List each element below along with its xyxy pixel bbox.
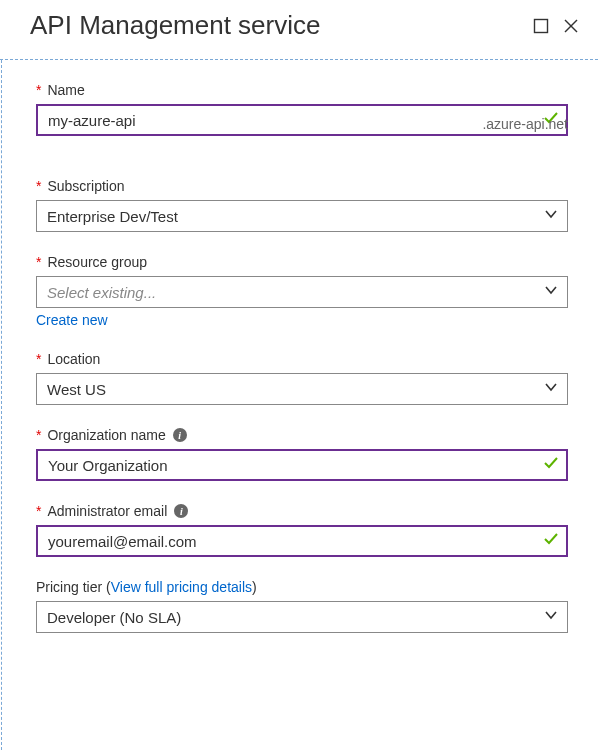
org-name-label: * Organization name i [36,427,568,443]
pin-icon[interactable] [532,17,550,35]
required-indicator: * [36,178,41,194]
field-name: * Name .azure-api.net [36,82,568,136]
name-label-text: Name [47,82,84,98]
pricing-tier-label: Pricing tier (View full pricing details) [36,579,568,595]
api-management-panel: API Management service * Name .azu [0,0,598,750]
location-value: West US [47,381,106,398]
admin-email-label: * Administrator email i [36,503,568,519]
field-pricing-tier: Pricing tier (View full pricing details)… [36,579,568,633]
info-icon[interactable]: i [174,504,188,518]
name-label: * Name [36,82,568,98]
pricing-tier-value: Developer (No SLA) [47,609,181,626]
pricing-details-link[interactable]: View full pricing details [111,579,252,595]
pricing-label-prefix: Pricing tier ( [36,579,111,595]
subscription-value: Enterprise Dev/Test [47,208,178,225]
subscription-label-text: Subscription [47,178,124,194]
close-icon[interactable] [562,17,580,35]
required-indicator: * [36,427,41,443]
panel-header: API Management service [0,0,598,59]
header-actions [532,17,580,35]
resource-group-label: * Resource group [36,254,568,270]
resource-group-select[interactable]: Select existing... [36,276,568,308]
svg-rect-0 [535,19,548,32]
resource-group-placeholder: Select existing... [47,284,156,301]
field-admin-email: * Administrator email i [36,503,568,557]
location-label: * Location [36,351,568,367]
form-body: * Name .azure-api.net * Subscription Ent… [1,60,598,750]
pricing-label-suffix: ) [252,579,257,595]
org-name-label-text: Organization name [47,427,165,443]
required-indicator: * [36,254,41,270]
resource-group-label-text: Resource group [47,254,147,270]
field-subscription: * Subscription Enterprise Dev/Test [36,178,568,232]
required-indicator: * [36,351,41,367]
org-name-input[interactable] [36,449,568,481]
location-select[interactable]: West US [36,373,568,405]
info-icon[interactable]: i [173,428,187,442]
field-location: * Location West US [36,351,568,405]
pricing-tier-select[interactable]: Developer (No SLA) [36,601,568,633]
admin-email-label-text: Administrator email [47,503,167,519]
admin-email-input[interactable] [36,525,568,557]
field-org-name: * Organization name i [36,427,568,481]
required-indicator: * [36,503,41,519]
field-resource-group: * Resource group Select existing... Crea… [36,254,568,329]
panel-title: API Management service [30,10,532,41]
create-new-link[interactable]: Create new [36,312,108,328]
subscription-select[interactable]: Enterprise Dev/Test [36,200,568,232]
subscription-label: * Subscription [36,178,568,194]
name-suffix: .azure-api.net [482,116,568,132]
required-indicator: * [36,82,41,98]
location-label-text: Location [47,351,100,367]
